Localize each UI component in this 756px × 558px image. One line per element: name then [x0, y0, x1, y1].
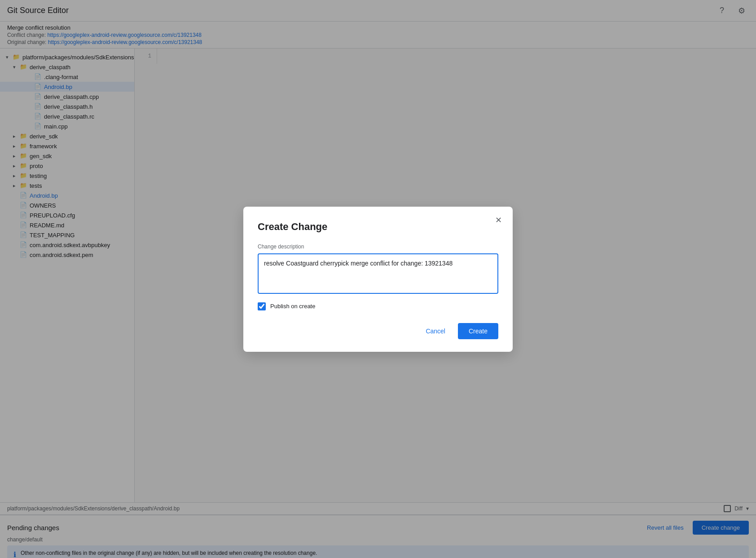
modal-close-button[interactable]: ✕ — [491, 213, 505, 227]
description-textarea[interactable]: resolve Coastguard cherrypick merge conf… — [258, 253, 498, 294]
create-button[interactable]: Create — [458, 323, 498, 339]
modal-title: Create Change — [258, 221, 498, 233]
cancel-button[interactable]: Cancel — [418, 323, 453, 339]
create-change-modal: ✕ Create Change Change description resol… — [243, 207, 513, 352]
modal-overlay: ✕ Create Change Change description resol… — [0, 0, 756, 558]
publish-label[interactable]: Publish on create — [270, 303, 315, 310]
description-label: Change description — [258, 244, 498, 250]
publish-row: Publish on create — [258, 302, 498, 310]
modal-actions: Cancel Create — [258, 323, 498, 339]
publish-checkbox[interactable] — [258, 302, 266, 310]
